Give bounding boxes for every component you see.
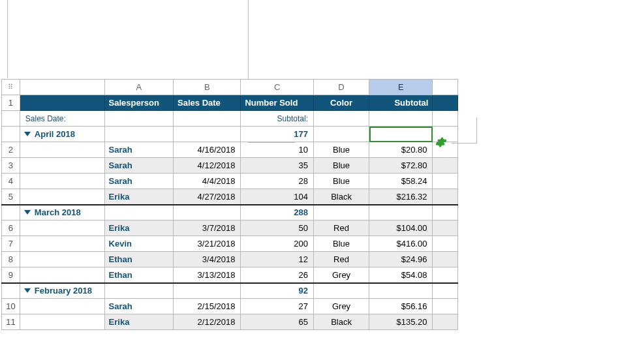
cell-group[interactable] xyxy=(20,314,104,330)
summary-label-a[interactable] xyxy=(104,111,173,127)
group-subtotal-number-sold[interactable]: 288 xyxy=(241,205,314,220)
group-cell-a[interactable] xyxy=(104,283,173,299)
cell-number-sold[interactable]: 200 xyxy=(241,236,314,252)
cell-subtotal[interactable]: $216.32 xyxy=(369,189,433,205)
group-subtotal-number-sold[interactable]: 92 xyxy=(241,283,314,299)
cell-subtotal[interactable]: $72.80 xyxy=(369,158,433,174)
column-header-e[interactable]: E xyxy=(369,80,433,95)
group-toggle[interactable]: February 2018 xyxy=(20,283,104,299)
cell-subtotal[interactable]: $20.80 xyxy=(369,142,433,158)
cell-sales-date[interactable]: 3/21/2018 xyxy=(174,236,241,252)
column-header-d[interactable]: D xyxy=(313,80,369,95)
cell-color[interactable]: Red xyxy=(313,252,369,267)
row-number[interactable]: 8 xyxy=(2,252,20,267)
cell-number-sold[interactable]: 26 xyxy=(241,267,314,283)
cell-sales-date[interactable]: 4/12/2018 xyxy=(174,158,241,174)
cell-group[interactable] xyxy=(20,267,104,283)
cell-sales-date[interactable]: 4/16/2018 xyxy=(174,142,241,158)
cell-number-sold[interactable]: 28 xyxy=(241,174,314,189)
cell-group[interactable] xyxy=(20,189,104,205)
group-subtotal-cell[interactable] xyxy=(369,127,433,142)
cell-salesperson[interactable]: Sarah xyxy=(104,174,173,189)
cell-sales-date[interactable]: 4/4/2018 xyxy=(174,174,241,189)
group-toggle[interactable]: March 2018 xyxy=(20,205,104,220)
header-number-sold[interactable]: Number Sold xyxy=(241,95,314,111)
cell-salesperson[interactable]: Sarah xyxy=(104,299,173,314)
cell-subtotal[interactable]: $54.08 xyxy=(369,267,433,283)
group-cell-d[interactable] xyxy=(313,283,369,299)
cell-salesperson[interactable]: Erika xyxy=(104,220,173,236)
group-cell-a[interactable] xyxy=(104,127,173,142)
header-color[interactable]: Color xyxy=(313,95,369,111)
cell-color[interactable]: Grey xyxy=(313,299,369,314)
group-cell-a[interactable] xyxy=(104,205,173,220)
cell-sales-date[interactable]: 3/13/2018 xyxy=(174,267,241,283)
summary-label-d[interactable] xyxy=(313,111,369,127)
cell-color[interactable]: Blue xyxy=(313,158,369,174)
cell-number-sold[interactable]: 104 xyxy=(241,189,314,205)
header-group-cell[interactable] xyxy=(20,95,104,111)
table-select-handle[interactable]: ⠿ xyxy=(2,80,20,95)
row-number[interactable]: 9 xyxy=(2,267,20,283)
cell-number-sold[interactable]: 65 xyxy=(241,314,314,330)
cell-group[interactable] xyxy=(20,252,104,267)
cell-salesperson[interactable]: Sarah xyxy=(104,158,173,174)
cell-group[interactable] xyxy=(20,220,104,236)
cell-sales-date[interactable]: 2/15/2018 xyxy=(174,299,241,314)
cell-salesperson[interactable]: Erika xyxy=(104,189,173,205)
row-number[interactable]: 11 xyxy=(2,314,20,330)
group-cell-b[interactable] xyxy=(174,127,241,142)
group-subtotal-cell[interactable] xyxy=(369,205,433,220)
cell-color[interactable]: Red xyxy=(313,220,369,236)
row-number[interactable]: 3 xyxy=(2,158,20,174)
cell-subtotal[interactable]: $135.20 xyxy=(369,314,433,330)
disclosure-triangle-icon[interactable] xyxy=(24,288,31,293)
cell-subtotal[interactable]: $58.24 xyxy=(369,174,433,189)
cell-salesperson[interactable]: Ethan xyxy=(104,252,173,267)
cell-subtotal[interactable]: $24.96 xyxy=(369,252,433,267)
cell-color[interactable]: Black xyxy=(313,314,369,330)
group-cell-b[interactable] xyxy=(174,283,241,299)
cell-salesperson[interactable]: Erika xyxy=(104,314,173,330)
cell-group[interactable] xyxy=(20,174,104,189)
summary-label-e[interactable] xyxy=(369,111,433,127)
cell-color[interactable]: Grey xyxy=(313,267,369,283)
column-header-group[interactable] xyxy=(20,80,104,95)
cell-group[interactable] xyxy=(20,158,104,174)
cell-number-sold[interactable]: 50 xyxy=(241,220,314,236)
cell-group[interactable] xyxy=(20,142,104,158)
cell-sales-date[interactable]: 3/4/2018 xyxy=(174,252,241,267)
cell-salesperson[interactable]: Sarah xyxy=(104,142,173,158)
group-toggle[interactable]: April 2018 xyxy=(20,127,104,142)
summary-action-button[interactable] xyxy=(435,136,448,149)
cell-salesperson[interactable]: Kevin xyxy=(104,236,173,252)
cell-number-sold[interactable]: 12 xyxy=(241,252,314,267)
column-header-c[interactable]: C xyxy=(241,80,314,95)
cell-group[interactable] xyxy=(20,236,104,252)
cell-color[interactable]: Blue xyxy=(313,142,369,158)
row-number[interactable]: 4 xyxy=(2,174,20,189)
cell-subtotal[interactable]: $416.00 xyxy=(369,236,433,252)
cell-color[interactable]: Black xyxy=(313,189,369,205)
group-cell-b[interactable] xyxy=(174,205,241,220)
row-number[interactable]: 1 xyxy=(2,95,20,111)
cell-subtotal[interactable]: $56.16 xyxy=(369,299,433,314)
header-subtotal[interactable]: Subtotal xyxy=(369,95,433,111)
column-header-b[interactable]: B xyxy=(174,80,241,95)
group-subtotal-number-sold[interactable]: 177 xyxy=(241,127,314,142)
summary-label-group[interactable]: Sales Date: xyxy=(20,111,104,127)
summary-label-c[interactable]: Subtotal: xyxy=(241,111,314,127)
column-header-a[interactable]: A xyxy=(104,80,173,95)
cell-group[interactable] xyxy=(20,299,104,314)
disclosure-triangle-icon[interactable] xyxy=(24,210,31,215)
group-cell-d[interactable] xyxy=(313,127,369,142)
group-cell-d[interactable] xyxy=(313,205,369,220)
row-number[interactable]: 10 xyxy=(2,299,20,314)
group-subtotal-cell[interactable] xyxy=(369,283,433,299)
cell-color[interactable]: Blue xyxy=(313,174,369,189)
row-number[interactable]: 7 xyxy=(2,236,20,252)
cell-sales-date[interactable]: 4/27/2018 xyxy=(174,189,241,205)
row-number[interactable]: 2 xyxy=(2,142,20,158)
cell-sales-date[interactable]: 3/7/2018 xyxy=(174,220,241,236)
cell-color[interactable]: Blue xyxy=(313,236,369,252)
